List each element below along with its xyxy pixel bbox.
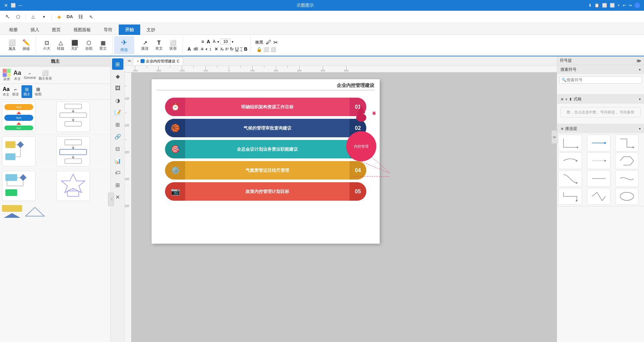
connector-5[interactable] (587, 152, 610, 169)
list-btn[interactable]: ≡ (200, 46, 204, 52)
shapes-tool[interactable]: ⬡ (13, 12, 23, 21)
font-size-large[interactable]: A (206, 38, 211, 45)
tab-nav[interactable]: 导符 (97, 25, 119, 35)
right-controls[interactable]: ⬇ 📋 ⬜ ⬜ + ↩ ↪ (588, 3, 640, 8)
search-header[interactable]: 搜索符号 ▾ (557, 65, 644, 74)
shape-btn[interactable]: ⬜ 状形 (166, 39, 180, 52)
lock-btn[interactable]: 🔒 (256, 47, 262, 52)
window-controls-left[interactable]: ✕ ⬜ — (4, 3, 22, 8)
rotate-text-btn[interactable]: ↻ (230, 46, 234, 52)
expand-btn-r[interactable]: ⬛ 充扩 (68, 39, 82, 52)
strikethrough-btn[interactable]: ✕ (214, 46, 219, 52)
diagram-page[interactable]: 企业内控管理建设 ⏰ 明确组织架构资源工作目标 01 (152, 79, 380, 244)
connect-btn[interactable]: ↗ 接连 (138, 39, 152, 52)
shape-preview-3[interactable] (2, 136, 36, 166)
grid-view-btn[interactable]: ⊞ (112, 58, 123, 70)
redo-btn[interactable]: ↪ (629, 3, 632, 8)
expand-right-btn[interactable]: ≫ (636, 58, 641, 63)
active-canvas-tab[interactable]: ✕ 企业内控管理建设 C (133, 57, 183, 65)
copy-btn2[interactable]: ⬜ (270, 47, 276, 52)
tab-text[interactable]: 文抄 (140, 25, 162, 35)
tab-insert[interactable]: 插入 (24, 25, 46, 35)
style-close-x[interactable]: ✕ (560, 97, 564, 102)
text-shapes[interactable]: Aa 本文 (13, 69, 21, 81)
diamond-btn[interactable]: ◆ (54, 12, 64, 21)
style-header[interactable]: ✕ + ⬆ 式格 ▾ (557, 95, 644, 104)
link-btn2[interactable]: 🔗 (112, 131, 123, 142)
size-btn[interactable]: ⊡ 小大 (40, 39, 53, 52)
wei-shapes[interactable]: ⬜ 魏主各形 (39, 70, 52, 81)
expand-arrow[interactable]: ≫ (127, 59, 131, 63)
indent-btn[interactable]: ▾ (206, 47, 207, 51)
connector-9[interactable] (615, 170, 639, 187)
font-size-input[interactable]: 10 (220, 39, 230, 45)
search-input[interactable] (567, 78, 640, 82)
shape-preview-6[interactable] (56, 171, 90, 201)
flow-bar-2[interactable]: 🏀 气候的管理审批查询建议 02 (165, 119, 366, 137)
left-panel-collapse[interactable]: 《 (108, 193, 114, 206)
connector-10[interactable] (558, 188, 582, 205)
arrange-btn[interactable]: ▦ 置立 (96, 39, 110, 52)
connector-2[interactable] (587, 135, 610, 151)
tool-btn1[interactable]: ⬜ 属具 (5, 39, 19, 52)
undo-btn[interactable]: ↩ (623, 3, 626, 8)
font-dropdown[interactable]: ▾ (217, 40, 219, 44)
superscript-btn[interactable]: d6 (193, 46, 199, 52)
style-import-btn[interactable]: ⬆ (569, 97, 572, 102)
fill-btn[interactable]: 株黑 (255, 39, 264, 46)
connector-1[interactable] (558, 135, 582, 151)
chart-btn[interactable]: 📊 (112, 155, 123, 166)
shape-preview-1[interactable]: text text text (2, 102, 36, 132)
cut-btn[interactable]: ✂ (273, 39, 278, 46)
font-color-btn[interactable]: A (187, 46, 192, 52)
font-size-small[interactable]: A (212, 39, 216, 45)
table-cat[interactable]: ⊞ 喻图 (35, 87, 42, 97)
misc-shapes[interactable]: 杂类 (3, 69, 11, 82)
bottom-shape1[interactable] (2, 205, 22, 218)
symbol-search-box[interactable]: 🔍 (559, 76, 642, 84)
icon1[interactable]: ⬇ (588, 3, 592, 8)
text-btn[interactable]: T 本文 (152, 39, 166, 52)
layer-btn[interactable]: ◑ (112, 95, 123, 106)
icon2[interactable]: 📋 (594, 3, 599, 8)
image-btn[interactable]: 🖼 (112, 83, 123, 94)
connector-12[interactable] (615, 188, 639, 205)
shape-preview-2[interactable] (56, 102, 90, 132)
icon4[interactable]: ⬜ (610, 3, 615, 8)
shape-preview-5[interactable] (2, 171, 36, 201)
align-left[interactable]: ≡ (201, 38, 205, 45)
tab-album[interactable]: 相册 (3, 25, 24, 35)
dropdown1[interactable]: ▾ (39, 12, 49, 21)
bottom-shape2[interactable] (25, 207, 45, 217)
docs-btn[interactable]: ⬜ (11, 3, 16, 8)
align-btn[interactable]: ⬜ (263, 47, 269, 52)
note-btn[interactable]: 📝 (112, 107, 123, 118)
right-panel-collapse[interactable]: ≫ (551, 130, 557, 144)
group-btn[interactable]: ⬡ 合组 (82, 39, 96, 52)
tool-btn2[interactable]: ✏️ 择移 (19, 39, 33, 52)
font-size-dropdown[interactable]: ▾ (232, 40, 233, 44)
connector-8[interactable] (587, 170, 610, 187)
main-canvas[interactable]: 企业内控管理建设 ⏰ 明确组织架构资源工作目标 01 (131, 72, 557, 342)
connector-6[interactable] (615, 152, 639, 169)
tab-close-x[interactable]: ✕ (137, 59, 139, 63)
connector-11[interactable] (587, 188, 610, 205)
text-tool[interactable]: DA (65, 12, 74, 21)
deco-big-circle[interactable]: 内控管理 (346, 131, 376, 161)
grid-btn[interactable]: ⊞ (112, 179, 123, 191)
style-add-btn[interactable]: + (565, 97, 568, 102)
tab-page[interactable]: 图页 (46, 25, 67, 35)
line-height-btn[interactable]: ↕ (209, 46, 212, 52)
link-tool[interactable]: ⛓ (76, 12, 85, 21)
diagram-cat[interactable]: ⊞ 魏主 (21, 85, 32, 98)
connect-cat[interactable]: ⌐ 接连 (12, 87, 19, 97)
underline-btn[interactable]: U (235, 46, 238, 52)
minimize-btn[interactable]: — (18, 3, 22, 8)
subscript-btn[interactable]: X₂ (220, 47, 224, 51)
flow-bar-5[interactable]: 📷 政策内控管理计划目标 05 (165, 182, 366, 201)
cursor-tool[interactable]: ↖ (3, 12, 12, 21)
divider-btn[interactable]: ⌶ (240, 46, 243, 52)
rotate-btn[interactable]: △ 转旋 (54, 39, 67, 52)
tab-view[interactable]: 视图面板 (67, 25, 97, 35)
connector-3[interactable] (615, 135, 639, 151)
